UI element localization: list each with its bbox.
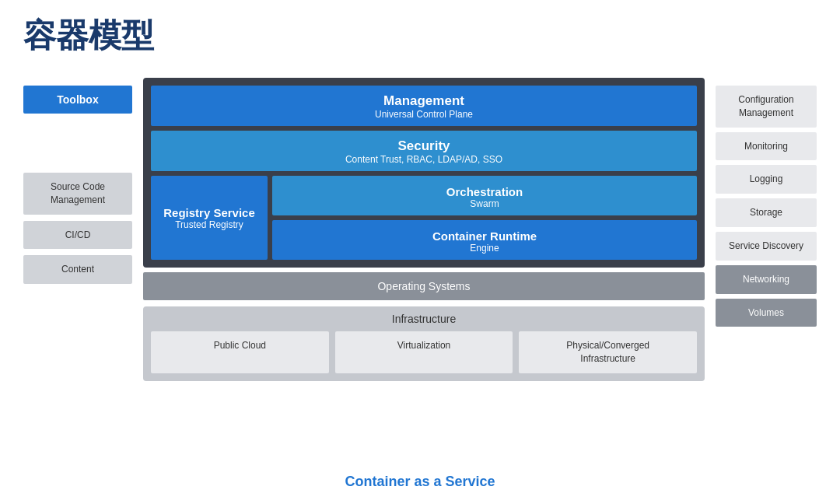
virtualization: Virtualization (335, 331, 513, 373)
source-code-management: Source CodeManagement (23, 173, 132, 215)
registry-subtitle: Trusted Registry (160, 219, 258, 230)
orchestration-subtitle: Swarm (272, 198, 697, 209)
right-inner: Orchestration Swarm Container Runtime En… (272, 176, 697, 260)
security-subtitle: Content Trust, RBAC, LDAP/AD, SSO (151, 154, 697, 165)
config-management: ConfigurationManagement (716, 86, 817, 128)
security-row: Security Content Trust, RBAC, LDAP/AD, S… (151, 131, 697, 171)
bottom-inner: Registry Service Trusted Registry Orches… (151, 176, 697, 260)
center-diagram: Management Universal Control Plane Secur… (143, 78, 705, 381)
management-subtitle: Universal Control Plane (151, 109, 697, 120)
networking: Networking (716, 265, 817, 294)
content: Content (23, 255, 132, 284)
runtime-subtitle: Engine (272, 243, 697, 254)
volumes: Volumes (716, 299, 817, 327)
public-cloud: Public Cloud (151, 331, 329, 373)
runtime-box: Container Runtime Engine (272, 220, 697, 260)
os-row: Operating Systems (143, 272, 705, 300)
storage: Storage (716, 198, 817, 227)
management-title: Management (151, 93, 697, 109)
left-column: Toolbox Source CodeManagement CI/CD Cont… (23, 78, 132, 284)
physical-converged: Physical/ConvergedInfrastructure (519, 331, 697, 373)
outer-box: Management Universal Control Plane Secur… (143, 78, 705, 268)
infrastructure-section: Infrastructure Public Cloud Virtualizati… (143, 306, 705, 381)
orchestration-box: Orchestration Swarm (272, 176, 697, 215)
management-row: Management Universal Control Plane (151, 86, 697, 126)
infrastructure-label: Infrastructure (151, 313, 697, 325)
infrastructure-boxes: Public Cloud Virtualization Physical/Con… (151, 331, 697, 373)
page-title: 容器模型 (23, 14, 154, 58)
toolbox-button[interactable]: Toolbox (23, 86, 132, 114)
right-column: ConfigurationManagement Monitoring Loggi… (716, 78, 817, 327)
service-discovery: Service Discovery (716, 232, 817, 261)
runtime-title: Container Runtime (272, 229, 697, 243)
ci-cd: CI/CD (23, 221, 132, 250)
logging: Logging (716, 165, 817, 194)
main-container: Toolbox Source CodeManagement CI/CD Cont… (23, 78, 817, 381)
registry-box: Registry Service Trusted Registry (151, 176, 268, 260)
monitoring: Monitoring (716, 132, 817, 161)
orchestration-title: Orchestration (272, 185, 697, 198)
security-title: Security (151, 138, 697, 154)
bottom-label: Container as a Service (0, 474, 840, 490)
registry-title: Registry Service (160, 206, 258, 219)
